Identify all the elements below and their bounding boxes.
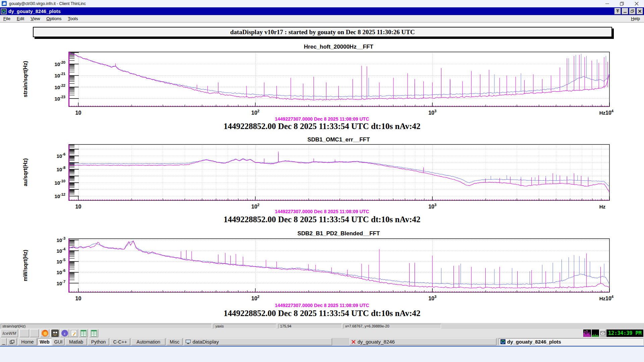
- envelope-icon: [600, 331, 605, 335]
- svg-text:10-12: 10-12: [54, 192, 65, 199]
- quick-launch-text-editor[interactable]: [69, 329, 78, 337]
- svg-text:Hz: Hz: [599, 296, 605, 301]
- menu-options[interactable]: Options: [46, 16, 61, 21]
- workspace-label: GUI: [54, 339, 63, 345]
- network-monitor-applet[interactable]: [592, 329, 599, 337]
- icewm-blank-button-1[interactable]: [19, 329, 29, 337]
- emacs-icon: ε: [61, 329, 68, 337]
- monitor-icon: [185, 340, 191, 344]
- plot2-chart[interactable]: 10-610-810-1010-1210102103Hz: [0, 142, 644, 213]
- quick-launch-spreadsheet[interactable]: [89, 329, 98, 337]
- workspace-web[interactable]: Web: [38, 338, 52, 345]
- svg-text:10-5: 10-5: [57, 258, 65, 264]
- svg-text:10: 10: [75, 296, 82, 301]
- cpu-monitor-applet[interactable]: [583, 329, 591, 337]
- icewm-blank-button-2[interactable]: [30, 329, 39, 337]
- plot3-title: SDB2_B1_PD2_Blended__FFT: [34, 230, 643, 237]
- task-dy_gouaty_8246_plots[interactable]: dy_gouaty_8246_plots: [499, 338, 643, 345]
- plot3-average-info: 1449228852.00 Dec 8 2025 11:33:54 UTC dt…: [0, 309, 644, 318]
- workspace-misc[interactable]: Misc: [167, 338, 182, 345]
- datadisplay-app-icon: [1, 8, 7, 14]
- statusbar: strain/sqrt(Hz) yaxis 175,94 x=7.68767, …: [0, 323, 644, 329]
- thinlinc-window-title: gouaty@ctrl30.virgo.infn.it - Client Thi…: [9, 1, 86, 6]
- menubar: FileEditViewOptionsToolsHelp: [0, 15, 644, 22]
- workspace-label: Misc: [170, 339, 179, 345]
- plot1-average-info: 1449228852.00 Dec 8 2025 11:33:54 UTC dt…: [0, 122, 644, 131]
- svg-text:ε: ε: [64, 331, 66, 336]
- workspace-matlab[interactable]: Matlab: [65, 338, 87, 345]
- spreadsheet-icon: [90, 329, 98, 337]
- svg-text:10: 10: [75, 110, 82, 116]
- workspace-home[interactable]: Home: [18, 338, 37, 345]
- icewm-task-row: _HomeWebGUIMatlabPythonC-C++AutomationMi…: [0, 338, 644, 346]
- mailbox-applet[interactable]: [600, 329, 606, 337]
- gimp-icon: [51, 329, 59, 337]
- menu-edit[interactable]: Edit: [17, 16, 24, 21]
- quick-launch-emacs[interactable]: ε: [60, 329, 69, 337]
- icewm-top-row: IceWMε12:34:39 PM: [0, 329, 644, 338]
- maximize-icon[interactable]: [614, 0, 629, 7]
- quick-launch-spreadsheet[interactable]: [79, 329, 88, 337]
- menu-tools[interactable]: Tools: [68, 16, 78, 21]
- menu-help[interactable]: Help: [631, 16, 640, 21]
- svg-text:103: 103: [428, 295, 436, 301]
- task-label: dy_gouaty_8246_plots: [507, 339, 561, 345]
- show-desktop-button[interactable]: _: [1, 338, 7, 345]
- thinlinc-window-controls: [600, 0, 644, 7]
- text-editor-icon: [70, 329, 77, 337]
- workspace-automation[interactable]: Automation: [131, 338, 165, 345]
- svg-text:104: 104: [605, 295, 614, 301]
- menu-view[interactable]: View: [31, 16, 40, 21]
- status-data-coords: x=7.68767, y=6.39889e-20: [343, 324, 441, 328]
- icewm-menu-button[interactable]: IceWM: [1, 329, 18, 337]
- app-window-title: dy_gouaty_8246_plots: [8, 9, 61, 14]
- svg-text:10-20: 10-20: [54, 60, 65, 67]
- window-list-button[interactable]: [7, 338, 17, 345]
- restore-icon[interactable]: [629, 8, 636, 14]
- svg-text:102: 102: [251, 203, 259, 209]
- workspace-c-c++[interactable]: C-C++: [110, 338, 130, 345]
- cpu-monitor-icon: [583, 329, 591, 337]
- task-dy_gouaty_8246[interactable]: dy_gouaty_8246: [350, 338, 496, 345]
- svg-text:Hz: Hz: [599, 110, 605, 116]
- plot1-chart[interactable]: 10-2010-2110-2210-2310102103104Hz: [0, 50, 644, 117]
- svg-text:102: 102: [251, 295, 259, 301]
- plot3-chart[interactable]: 10-310-410-510-610-710102103104Hz: [0, 237, 644, 304]
- status-channel-unit: strain/sqrt(Hz): [1, 324, 212, 328]
- close-icon[interactable]: [637, 8, 643, 14]
- quick-launch-gimp[interactable]: [50, 329, 59, 337]
- workspace-label: Home: [21, 339, 34, 345]
- screen: gouaty@ctrl30.virgo.infn.it - Client Thi…: [0, 0, 644, 362]
- svg-text:10: 10: [75, 204, 82, 209]
- quick-launch-firefox[interactable]: [40, 329, 49, 337]
- workspace-label: C-C++: [113, 339, 127, 345]
- svg-text:10-6: 10-6: [57, 268, 65, 275]
- svg-text:10-7: 10-7: [57, 280, 65, 286]
- minimize-icon[interactable]: [622, 8, 628, 14]
- plot1-title: Hrec_hoft_20000Hz__FFT: [34, 44, 643, 50]
- plot-canvas: dataDisplay v10r17 : started by gouaty o…: [0, 22, 644, 323]
- status-pixel-coords: 175,94: [278, 324, 342, 328]
- rollup-icon[interactable]: [614, 8, 621, 14]
- workspace-python[interactable]: Python: [88, 338, 109, 345]
- app-titlebar: dy_gouaty_8246_plots: [0, 7, 644, 15]
- task-dataDisplay[interactable]: dataDisplay: [184, 338, 332, 345]
- dataDisplay-logo-icon: [500, 339, 505, 344]
- plot2-average-info: 1449228852.00 Dec 8 2025 11:33:54 UTC dt…: [0, 215, 644, 224]
- icewm-clock[interactable]: 12:34:39 PM: [606, 329, 643, 337]
- svg-text:10-10: 10-10: [54, 179, 65, 186]
- workspace-label: Automation: [137, 339, 160, 345]
- workspace-gui[interactable]: GUI: [52, 338, 64, 345]
- status-axis-mode: yaxis: [214, 324, 276, 328]
- svg-text:10-3: 10-3: [57, 237, 65, 243]
- winlist-icon: [10, 340, 14, 344]
- minimize-icon[interactable]: [600, 0, 614, 7]
- thinlinc-titlebar: gouaty@ctrl30.virgo.infn.it - Client Thi…: [0, 0, 644, 7]
- app-window-controls: [614, 8, 643, 14]
- workspace-label: Matlab: [69, 339, 83, 345]
- task-label: dataDisplay: [193, 339, 219, 345]
- svg-text:10-4: 10-4: [57, 247, 66, 254]
- svg-text:103: 103: [428, 203, 436, 209]
- close-icon[interactable]: [629, 0, 644, 7]
- menu-file[interactable]: File: [3, 16, 10, 21]
